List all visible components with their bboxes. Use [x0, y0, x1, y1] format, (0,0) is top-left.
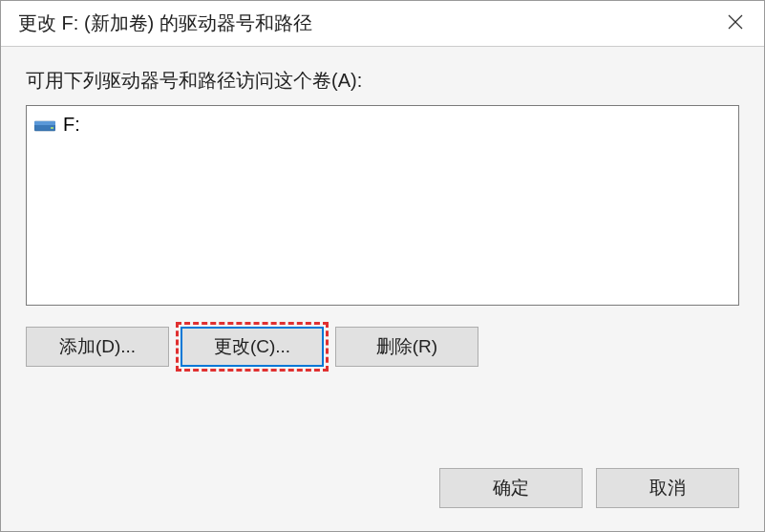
svg-rect-4 — [51, 127, 53, 129]
action-button-row: 添加(D)... 更改(C)... 删除(R) — [26, 327, 739, 367]
dialog-content: 可用下列驱动器号和路径访问这个卷(A): F: 添加(D)... 更改(C)..… — [1, 47, 764, 531]
instruction-label: 可用下列驱动器号和路径访问这个卷(A): — [26, 68, 739, 94]
close-button[interactable] — [707, 1, 764, 46]
window-title: 更改 F: (新加卷) 的驱动器号和路径 — [18, 11, 312, 36]
add-button[interactable]: 添加(D)... — [26, 327, 169, 367]
drive-icon — [34, 117, 55, 133]
dialog-window: 更改 F: (新加卷) 的驱动器号和路径 可用下列驱动器号和路径访问这个卷(A)… — [0, 0, 765, 532]
close-icon — [728, 12, 743, 34]
cancel-button[interactable]: 取消 — [596, 468, 739, 508]
svg-rect-3 — [34, 121, 55, 125]
remove-button[interactable]: 删除(R) — [335, 327, 478, 367]
titlebar: 更改 F: (新加卷) 的驱动器号和路径 — [1, 1, 764, 47]
footer-button-row: 确定 取消 — [26, 468, 739, 516]
list-item[interactable]: F: — [34, 112, 731, 138]
paths-listbox[interactable]: F: — [26, 105, 739, 306]
change-button[interactable]: 更改(C)... — [181, 327, 324, 367]
list-item-label: F: — [63, 114, 80, 136]
highlight-annotation: 更改(C)... — [176, 322, 329, 372]
ok-button[interactable]: 确定 — [439, 468, 583, 508]
